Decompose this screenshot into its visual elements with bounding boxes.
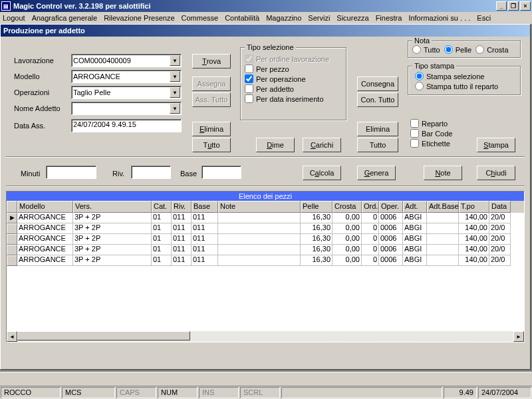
elimina-button[interactable]: Elimina: [192, 122, 231, 136]
chk-etichette[interactable]: Etichette: [410, 139, 452, 148]
table-cell[interactable]: [218, 223, 301, 234]
chevron-down-icon[interactable]: ▼: [170, 71, 180, 82]
table-cell[interactable]: 20/0: [489, 213, 511, 223]
table-cell[interactable]: 3P + 2P: [73, 255, 152, 266]
table-cell[interactable]: 140,00: [459, 213, 489, 223]
radio-nota-crosta[interactable]: Crosta: [475, 45, 508, 54]
table-cell[interactable]: [427, 234, 459, 245]
grid-elenco-pezzi[interactable]: Elenco dei pezzi ModelloVers.Cat.Riv.Bas…: [6, 191, 525, 342]
table-cell[interactable]: ABGI: [403, 223, 427, 234]
table-cell[interactable]: 011: [192, 223, 218, 234]
chevron-down-icon[interactable]: ▼: [170, 87, 180, 98]
column-header[interactable]: Vers.: [73, 201, 152, 213]
table-cell[interactable]: 0006: [379, 245, 403, 255]
menu-contabilita[interactable]: Contabilità: [225, 14, 259, 22]
scroll-left-button[interactable]: ◄: [7, 331, 17, 342]
table-cell[interactable]: 20/0: [489, 223, 511, 234]
table-cell[interactable]: [427, 223, 459, 234]
chk-per-addetto[interactable]: Per addetto: [245, 84, 342, 93]
menu-finestra[interactable]: Finestra: [376, 14, 402, 22]
table-cell[interactable]: 0,00: [332, 255, 362, 266]
column-header[interactable]: Adt.Base: [427, 201, 459, 213]
column-header[interactable]: Note: [218, 201, 301, 213]
row-header[interactable]: [7, 255, 17, 266]
table-cell[interactable]: 140,00: [459, 255, 489, 266]
table-cell[interactable]: ARROGANCE: [17, 245, 73, 255]
table-cell[interactable]: 01: [152, 245, 172, 255]
table-cell[interactable]: 16,30: [301, 223, 332, 234]
menu-esci[interactable]: Esci: [477, 14, 491, 22]
table-cell[interactable]: 0: [362, 234, 379, 245]
input-riv[interactable]: [131, 166, 171, 179]
table-cell[interactable]: 3P + 2P: [73, 245, 152, 255]
table-cell[interactable]: ABGI: [403, 245, 427, 255]
table-cell[interactable]: [427, 245, 459, 255]
table-row[interactable]: ►ARROGANCE3P + 2P0101101116,300,0000006A…: [7, 213, 524, 223]
table-cell[interactable]: 16,30: [301, 255, 332, 266]
table-cell[interactable]: [218, 213, 301, 223]
assegna-button[interactable]: Assegna: [192, 76, 231, 91]
table-cell[interactable]: 140,00: [459, 245, 489, 255]
table-cell[interactable]: [427, 255, 459, 266]
column-header[interactable]: Data: [489, 201, 511, 213]
menu-info[interactable]: Informazioni su . . .: [408, 14, 470, 22]
table-cell[interactable]: 0: [362, 245, 379, 255]
trova-button[interactable]: Trova: [192, 54, 231, 68]
grid-body[interactable]: ►ARROGANCE3P + 2P0101101116,300,0000006A…: [7, 213, 524, 332]
table-cell[interactable]: 140,00: [459, 223, 489, 234]
maximize-button[interactable]: ❐: [508, 1, 519, 11]
table-cell[interactable]: 20/0: [489, 255, 511, 266]
table-cell[interactable]: 20/0: [489, 234, 511, 245]
menu-commesse[interactable]: Commesse: [182, 14, 219, 22]
combo-lavorazione[interactable]: COM0000400009▼: [71, 54, 182, 67]
table-cell[interactable]: 16,30: [301, 234, 332, 245]
chiudi-button[interactable]: Chiudi: [477, 166, 515, 180]
table-cell[interactable]: ARROGANCE: [17, 223, 73, 234]
row-header[interactable]: [7, 223, 17, 234]
table-cell[interactable]: ARROGANCE: [17, 255, 73, 266]
table-cell[interactable]: 0,00: [332, 223, 362, 234]
carichi-button[interactable]: Carichi: [303, 138, 341, 152]
column-header[interactable]: Crosta: [332, 201, 362, 213]
menu-logout[interactable]: Logout: [3, 14, 25, 22]
table-row[interactable]: ARROGANCE3P + 2P0101101116,300,0000006AB…: [7, 223, 524, 234]
table-cell[interactable]: 011: [192, 213, 218, 223]
consegna-button[interactable]: Consegna: [357, 76, 398, 91]
chk-per-operazione[interactable]: Per operazione: [245, 74, 342, 83]
column-header[interactable]: Adt.: [403, 201, 427, 213]
table-cell[interactable]: ARROGANCE: [17, 234, 73, 245]
table-cell[interactable]: 011: [192, 245, 218, 255]
chk-per-data-ins[interactable]: Per data inserimento: [245, 94, 342, 103]
table-cell[interactable]: [218, 245, 301, 255]
combo-operazioni[interactable]: Taglio Pelle▼: [71, 86, 182, 99]
table-cell[interactable]: 0: [362, 223, 379, 234]
horizontal-scrollbar[interactable]: ◄ ►: [7, 331, 524, 342]
table-row[interactable]: ARROGANCE3P + 2P0101101116,300,0000006AB…: [7, 234, 524, 245]
table-cell[interactable]: [427, 213, 459, 223]
chk-per-pezzo[interactable]: Per pezzo: [245, 65, 342, 73]
table-cell[interactable]: 011: [172, 223, 192, 234]
table-cell[interactable]: ABGI: [403, 213, 427, 223]
radio-stampa-selezione[interactable]: Stampa selezione: [415, 72, 516, 80]
table-cell[interactable]: 0,00: [332, 245, 362, 255]
table-cell[interactable]: 0006: [379, 213, 403, 223]
table-cell[interactable]: 140,00: [459, 234, 489, 245]
combo-modello[interactable]: ARROGANCE▼: [71, 70, 182, 83]
table-cell[interactable]: 011: [172, 213, 192, 223]
calcola-button[interactable]: Calcola: [303, 166, 341, 180]
dime-button[interactable]: Dime: [256, 138, 295, 152]
ass-tutto-button[interactable]: Ass. Tutto: [192, 92, 231, 107]
menu-magazzino[interactable]: Magazzino: [266, 14, 301, 22]
radio-nota-pelle[interactable]: Pelle: [444, 45, 471, 54]
chevron-down-icon[interactable]: ▼: [170, 55, 180, 66]
table-cell[interactable]: 011: [172, 234, 192, 245]
table-cell[interactable]: 16,30: [301, 245, 332, 255]
table-cell[interactable]: 3P + 2P: [73, 213, 152, 223]
table-cell[interactable]: 0: [362, 213, 379, 223]
column-header[interactable]: [7, 201, 17, 213]
chevron-down-icon[interactable]: ▼: [170, 103, 180, 114]
row-header[interactable]: [7, 234, 17, 245]
row-header[interactable]: ►: [7, 213, 17, 223]
table-cell[interactable]: 01: [152, 223, 172, 234]
tutto2-button[interactable]: Tutto: [357, 138, 398, 152]
